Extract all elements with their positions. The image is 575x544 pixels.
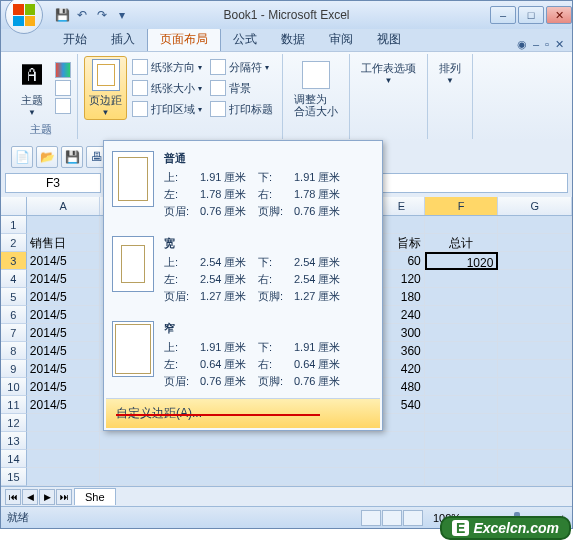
row-header[interactable]: 2: [1, 234, 27, 252]
cell[interactable]: [498, 450, 572, 468]
cell[interactable]: 总计: [425, 234, 499, 252]
view-layout-icon[interactable]: [382, 510, 402, 526]
row-header[interactable]: 4: [1, 270, 27, 288]
qat-undo-icon[interactable]: ↶: [73, 6, 91, 24]
cell[interactable]: 420: [379, 360, 425, 378]
row-header[interactable]: 15: [1, 468, 27, 486]
cell[interactable]: [425, 306, 499, 324]
cell[interactable]: [498, 216, 572, 234]
tab-view[interactable]: 视图: [365, 28, 413, 51]
row-header[interactable]: 11: [1, 396, 27, 414]
cell[interactable]: [27, 450, 101, 468]
qat-redo-icon[interactable]: ↷: [93, 6, 111, 24]
doc-close-icon[interactable]: ✕: [555, 38, 564, 51]
cell[interactable]: [27, 468, 101, 486]
row-header[interactable]: 1: [1, 216, 27, 234]
orientation-button[interactable]: 纸张方向▾: [129, 57, 205, 77]
qat-save-icon[interactable]: 💾: [53, 6, 71, 24]
open-icon[interactable]: 📂: [36, 146, 58, 168]
cell[interactable]: [498, 342, 572, 360]
breaks-button[interactable]: 分隔符▾: [207, 57, 276, 77]
col-header-g[interactable]: G: [498, 197, 572, 215]
tab-home[interactable]: 开始: [51, 28, 99, 51]
arrange-button[interactable]: 排列 ▼: [434, 56, 466, 88]
cell[interactable]: 1020: [425, 252, 499, 270]
tab-review[interactable]: 审阅: [317, 28, 365, 51]
row-header[interactable]: 7: [1, 324, 27, 342]
last-sheet-icon[interactable]: ⏭: [56, 489, 72, 505]
cell[interactable]: 2014/5: [27, 396, 101, 414]
margins-button[interactable]: 页边距 ▼: [84, 56, 127, 120]
select-all-corner[interactable]: [1, 197, 27, 215]
cell[interactable]: [498, 396, 572, 414]
margin-option-narrow[interactable]: 窄 上:1.91 厘米下:1.91 厘米 左:0.64 厘米右:0.64 厘米 …: [106, 313, 380, 398]
scale-to-fit-button[interactable]: 调整为 合适大小: [289, 56, 343, 120]
cell[interactable]: 60: [379, 252, 425, 270]
prev-sheet-icon[interactable]: ◀: [22, 489, 38, 505]
col-header-e[interactable]: E: [379, 197, 425, 215]
cell[interactable]: 2014/5: [27, 270, 101, 288]
cell[interactable]: [425, 450, 499, 468]
background-button[interactable]: 背景: [207, 78, 276, 98]
first-sheet-icon[interactable]: ⏮: [5, 489, 21, 505]
view-normal-icon[interactable]: [361, 510, 381, 526]
save2-icon[interactable]: 💾: [61, 146, 83, 168]
row-header[interactable]: 12: [1, 414, 27, 432]
cell[interactable]: [498, 270, 572, 288]
col-header-f[interactable]: F: [425, 197, 499, 215]
cell[interactable]: 180: [379, 288, 425, 306]
cell[interactable]: [498, 324, 572, 342]
cell[interactable]: [425, 270, 499, 288]
row-header[interactable]: 8: [1, 342, 27, 360]
new-icon[interactable]: 📄: [11, 146, 33, 168]
sheet-tab[interactable]: She: [74, 488, 116, 505]
doc-restore-icon[interactable]: ▫: [545, 38, 549, 51]
row-header[interactable]: 6: [1, 306, 27, 324]
margin-option-wide[interactable]: 宽 上:2.54 厘米下:2.54 厘米 左:2.54 厘米右:2.54 厘米 …: [106, 228, 380, 313]
doc-minimize-icon[interactable]: –: [533, 38, 539, 51]
themes-button[interactable]: 🅰 主题 ▼: [11, 56, 53, 120]
cell[interactable]: 540: [379, 396, 425, 414]
row-header[interactable]: 13: [1, 432, 27, 450]
office-button[interactable]: [5, 0, 43, 34]
row-header[interactable]: 10: [1, 378, 27, 396]
fonts-icon[interactable]: [55, 80, 71, 96]
cell[interactable]: [498, 252, 572, 270]
row-header[interactable]: 14: [1, 450, 27, 468]
cell[interactable]: 2014/5: [27, 360, 101, 378]
row-header[interactable]: 3: [1, 252, 27, 270]
cell[interactable]: 销售日: [27, 234, 101, 252]
cell[interactable]: [379, 216, 425, 234]
close-button[interactable]: ✕: [546, 6, 572, 24]
sheet-options-button[interactable]: 工作表选项 ▼: [356, 56, 421, 88]
cell[interactable]: 360: [379, 342, 425, 360]
cell[interactable]: [27, 414, 101, 432]
print-titles-button[interactable]: 打印标题: [207, 99, 276, 119]
margin-option-normal[interactable]: 普通 上:1.91 厘米下:1.91 厘米 左:1.78 厘米右:1.78 厘米…: [106, 143, 380, 228]
tab-formulas[interactable]: 公式: [221, 28, 269, 51]
cell[interactable]: [498, 288, 572, 306]
minimize-button[interactable]: –: [490, 6, 516, 24]
cell[interactable]: [425, 342, 499, 360]
cell[interactable]: [379, 432, 425, 450]
colors-icon[interactable]: [55, 62, 71, 78]
cell[interactable]: [425, 324, 499, 342]
cell[interactable]: [425, 396, 499, 414]
cell[interactable]: [498, 468, 572, 486]
cell[interactable]: 2014/5: [27, 306, 101, 324]
cell[interactable]: [498, 360, 572, 378]
cell[interactable]: [425, 216, 499, 234]
cell[interactable]: 480: [379, 378, 425, 396]
cell[interactable]: [425, 432, 499, 450]
cell[interactable]: [425, 288, 499, 306]
cell[interactable]: [27, 216, 101, 234]
cell[interactable]: [425, 414, 499, 432]
cell[interactable]: [498, 378, 572, 396]
tab-data[interactable]: 数据: [269, 28, 317, 51]
cell[interactable]: [425, 378, 499, 396]
maximize-button[interactable]: □: [518, 6, 544, 24]
cell[interactable]: 2014/5: [27, 324, 101, 342]
cell[interactable]: [425, 468, 499, 486]
cell[interactable]: 2014/5: [27, 342, 101, 360]
cell[interactable]: [425, 360, 499, 378]
